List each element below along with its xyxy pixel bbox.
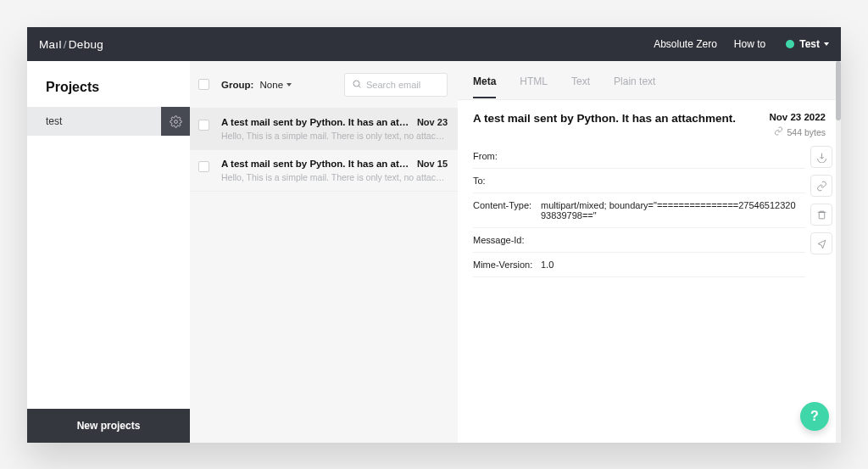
delete-button[interactable] [810,204,832,226]
meta-key: Mime-Version: [473,260,541,270]
user-menu[interactable]: Test [786,38,829,50]
brand-part-b: Debug [69,38,103,51]
user-name: Test [799,38,820,50]
mail-list-panel: Group: None [190,61,458,443]
detail-actions [810,144,832,277]
meta-row: Message-Id: [473,228,805,253]
meta-row: Content-Type:multipart/mixed; boundary="… [473,193,805,228]
project-name: test [27,115,161,127]
group-dropdown[interactable]: None [260,80,292,90]
app-brand: Maıl/Debug [39,38,103,51]
search-input[interactable] [366,80,441,90]
svg-line-2 [359,86,360,87]
scrollbar-thumb[interactable] [836,61,841,120]
search-field[interactable] [344,73,448,97]
search-icon [352,77,362,92]
tab-text[interactable]: Text [571,64,590,98]
projects-sidebar: Projects test New projects [27,61,190,443]
trash-icon [816,209,827,221]
user-status-dot-icon [786,40,794,48]
detail-header: A test mail sent by Python. It has an at… [458,100,841,141]
link-icon [816,181,827,192]
meta-key: Message-Id: [473,235,541,245]
mail-checkbox[interactable] [198,161,209,172]
meta-key: To: [473,176,541,186]
project-item[interactable]: test [27,107,190,136]
new-project-button[interactable]: New projects [27,409,190,443]
mail-snippet: Hello, This is a simple mail. There is o… [221,131,448,141]
meta-value: 1.0 [541,260,805,270]
detail-date: Nov 23 2022 [770,112,826,122]
select-all-checkbox[interactable] [198,79,209,90]
mail-subject: A test mail sent by Python. It has an at… [221,159,412,169]
scrollbar[interactable] [836,61,841,443]
meta-key: From: [473,151,541,161]
detail-panel: Meta HTML Text Plain text A test mail se… [458,61,841,443]
meta-row: Mime-Version:1.0 [473,253,805,277]
brand-slash: / [62,38,69,51]
svg-point-0 [174,120,177,123]
meta-value [541,235,805,245]
chevron-down-icon [824,42,829,46]
detail-tabs: Meta HTML Text Plain text [458,61,841,100]
svg-point-1 [353,81,359,87]
meta-row: From: [473,144,805,169]
tab-html[interactable]: HTML [520,64,548,98]
tab-plain-text[interactable]: Plain text [614,64,655,98]
nav-how-to[interactable]: How to [734,38,765,50]
mail-snippet: Hello, This is a simple mail. There is o… [221,172,448,182]
group-label: Group: [221,80,253,90]
copy-link-button[interactable] [810,175,832,197]
share-icon [816,238,827,249]
mail-item[interactable]: A test mail sent by Python. It has an at… [190,109,458,150]
mail-date: Nov 15 [417,159,448,169]
nav-absolute-zero[interactable]: Absolute Zero [654,38,717,50]
tab-meta[interactable]: Meta [473,64,496,98]
mail-date: Nov 23 [417,117,448,127]
help-button[interactable]: ? [800,402,829,431]
detail-size: 544 bytes [770,126,826,137]
group-control: Group: None [221,80,292,90]
mail-item[interactable]: A test mail sent by Python. It has an at… [190,150,458,192]
meta-table: From: To: Content-Type:multipart/mixed; … [473,144,805,277]
app-header: Maıl/Debug Absolute Zero How to Test [27,27,841,61]
chevron-down-icon [287,83,292,87]
link-icon [774,126,783,137]
download-icon [816,152,827,163]
projects-title: Projects [27,61,190,107]
mail-checkbox[interactable] [198,120,209,131]
project-settings-button[interactable] [161,107,190,136]
meta-value [541,151,805,161]
meta-value: multipart/mixed; boundary="=============… [541,200,805,221]
detail-title: A test mail sent by Python. It has an at… [473,112,770,125]
share-button[interactable] [810,232,832,254]
meta-value [541,176,805,186]
download-button[interactable] [810,146,832,168]
svg-rect-3 [819,212,825,219]
list-toolbar: Group: None [190,61,458,109]
brand-part-a: Maıl [39,38,62,51]
meta-row: To: [473,169,805,193]
mail-subject: A test mail sent by Python. It has an at… [221,117,412,127]
group-value: None [260,80,284,90]
gear-icon [170,115,182,128]
meta-key: Content-Type: [473,200,541,221]
